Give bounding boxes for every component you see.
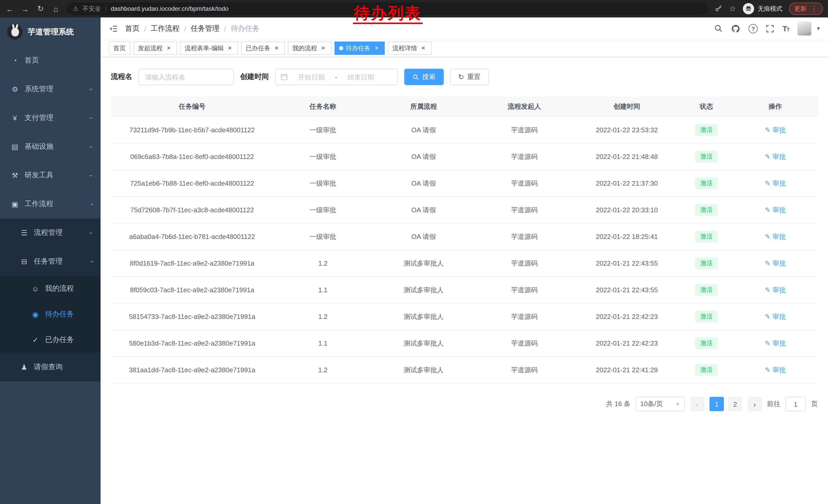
bookmark-star-icon[interactable]: ☆ xyxy=(729,4,736,13)
table-row: 069c6a63-7b8a-11ec-8ef0-acde48001122一级审批… xyxy=(111,143,818,170)
tab-process-detail[interactable]: 流程详情× xyxy=(388,42,431,55)
sidebar-item-payment-mgmt[interactable]: ¥支付管理› xyxy=(0,103,100,132)
approve-link[interactable]: ✎审批 xyxy=(765,259,786,268)
breadcrumb-item[interactable]: 首页 xyxy=(125,24,139,33)
tab-home[interactable]: 首页 xyxy=(109,42,130,55)
cell-id: 725a1eb6-7b88-11ec-8ef0-acde48001122 xyxy=(111,170,274,197)
next-page-button[interactable]: › xyxy=(747,397,762,411)
approve-link[interactable]: ✎审批 xyxy=(765,232,786,241)
sidebar-item-system-mgmt[interactable]: ⚙系统管理› xyxy=(0,75,100,103)
approve-link[interactable]: ✎审批 xyxy=(765,179,786,188)
sidebar-item-infrastructure[interactable]: ▤基础设施› xyxy=(0,132,100,161)
cell-id: 58154733-7ac8-11ec-a9e2-a2380e71991a xyxy=(111,303,274,330)
github-icon[interactable] xyxy=(731,24,740,33)
cell-process: 测试多审批人 xyxy=(372,330,475,357)
edit-icon: ✎ xyxy=(765,206,771,214)
app-title: 芋道管理系统 xyxy=(28,27,74,37)
chevron-down-icon[interactable]: ▾ xyxy=(817,25,820,32)
prev-page-button[interactable]: ‹ xyxy=(690,397,704,411)
breadcrumb-item[interactable]: 工作流程 xyxy=(151,24,179,33)
collapse-sidebar-icon[interactable] xyxy=(109,24,118,33)
sidebar-item-todo-tasks[interactable]: ◉待办任务 xyxy=(0,302,100,327)
reset-button[interactable]: ↻ 重置 xyxy=(450,69,489,85)
sidebar-item-dev-tools[interactable]: ⚒研发工具› xyxy=(0,161,100,190)
topbar: 首页/工作流程/任务管理/待办任务 ? TT ▾ xyxy=(100,17,828,40)
cell-process: OA 请假 xyxy=(372,197,475,223)
fullscreen-icon[interactable] xyxy=(766,25,774,33)
tags-view-bar: 首页发起流程×流程表单-编辑×已办任务×我的流程×待办任务×流程详情× xyxy=(100,40,828,57)
approve-link[interactable]: ✎审批 xyxy=(765,312,786,321)
cell-status: 激活 xyxy=(680,250,733,277)
sidebar-item-leave-query[interactable]: ♟请假查询 xyxy=(0,353,100,381)
chevron-down-icon: › xyxy=(87,117,95,119)
status-badge: 激活 xyxy=(695,284,718,296)
edit-icon: ✎ xyxy=(765,260,771,267)
avatar[interactable] xyxy=(797,21,812,36)
close-icon[interactable]: × xyxy=(373,45,380,52)
tab-form-edit[interactable]: 流程表单-编辑× xyxy=(180,42,238,55)
date-range-picker[interactable]: - xyxy=(275,69,398,85)
page-size-select[interactable]: 10条/页 ▼ xyxy=(636,397,685,411)
person-icon: ♟ xyxy=(19,363,29,371)
screen: ← → ↻ ⌂ ⚠ 不安全 | dashboard.yudao.iocoder.… xyxy=(0,0,828,504)
update-button[interactable]: 更新 ⋮ xyxy=(789,3,823,15)
breadcrumb-item[interactable]: 任务管理 xyxy=(191,24,219,33)
cell-action: ✎审批 xyxy=(733,357,818,383)
cell-id: 8f0d1619-7ac8-11ec-a9e2-a2380e71991a xyxy=(111,250,274,277)
cell-status: 激活 xyxy=(680,223,733,250)
tab-my-process[interactable]: 我的流程× xyxy=(288,42,331,55)
tab-start-process[interactable]: 发起流程× xyxy=(133,42,177,55)
cell-created: 2022-01-22 23:53:32 xyxy=(574,117,680,143)
cell-initiator: 芋道源码 xyxy=(475,170,574,197)
goto-page-input[interactable] xyxy=(785,397,806,411)
check-icon: ✓ xyxy=(31,336,40,344)
page-button-2[interactable]: 2 xyxy=(728,397,742,411)
close-icon[interactable]: × xyxy=(420,45,427,52)
forward-icon[interactable]: → xyxy=(20,4,30,13)
cell-process: OA 请假 xyxy=(372,117,475,143)
approve-link[interactable]: ✎审批 xyxy=(765,365,786,374)
search-icon[interactable] xyxy=(714,24,723,33)
close-icon[interactable]: × xyxy=(165,45,172,52)
process-name-input[interactable] xyxy=(138,69,234,85)
tab-todo-tasks[interactable]: 待办任务× xyxy=(334,42,385,55)
back-icon[interactable]: ← xyxy=(5,4,14,13)
sidebar-item-workflow[interactable]: ▣工作流程› xyxy=(0,190,100,218)
cell-status: 激活 xyxy=(680,357,733,383)
close-icon[interactable]: × xyxy=(273,45,280,52)
dashboard-icon: ◔ xyxy=(10,56,19,64)
main-area: 首页/工作流程/任务管理/待办任务 ? TT ▾ xyxy=(100,17,828,504)
range-separator: - xyxy=(335,73,337,81)
close-icon[interactable]: × xyxy=(320,45,327,52)
approve-link[interactable]: ✎审批 xyxy=(765,285,786,294)
sidebar-item-task-mgmt[interactable]: ⊟任务管理› xyxy=(0,247,100,276)
list-icon: ☰ xyxy=(19,229,29,237)
end-date-input[interactable] xyxy=(340,73,381,81)
start-date-input[interactable] xyxy=(291,73,332,81)
table-row: 75d72608-7b7f-11ec-a3c8-acde48001122一级审批… xyxy=(111,197,818,223)
sidebar-item-my-process[interactable]: ☺我的流程 xyxy=(0,276,100,302)
font-size-icon[interactable]: TT xyxy=(782,24,789,33)
menu-kebab-icon[interactable]: ⋮ xyxy=(811,5,818,13)
search-button[interactable]: 搜索 xyxy=(404,69,444,85)
approve-link[interactable]: ✎审批 xyxy=(765,152,786,161)
cell-name: 1.2 xyxy=(274,357,372,383)
approve-link[interactable]: ✎审批 xyxy=(765,205,786,215)
chevron-down-icon: ▼ xyxy=(675,401,680,407)
approve-link[interactable]: ✎审批 xyxy=(765,125,786,135)
cell-status: 激活 xyxy=(680,303,733,330)
sidebar-item-done-tasks[interactable]: ✓已办任务 xyxy=(0,327,100,353)
help-icon[interactable]: ? xyxy=(748,24,758,33)
sidebar-item-home[interactable]: ◔首页 xyxy=(0,46,100,75)
chevron-down-icon: › xyxy=(87,174,95,177)
tab-done-tasks[interactable]: 已办任务× xyxy=(241,42,285,55)
close-icon[interactable]: × xyxy=(226,45,234,52)
sidebar-item-process-mgmt[interactable]: ☰流程管理› xyxy=(0,218,100,247)
approve-link[interactable]: ✎审批 xyxy=(765,339,786,348)
home-icon[interactable]: ⌂ xyxy=(51,4,60,13)
refresh-icon[interactable]: ↻ xyxy=(36,4,45,13)
cell-initiator: 芋道源码 xyxy=(475,277,574,303)
incognito-label: 无痕模式 xyxy=(758,4,782,13)
page-button-1[interactable]: 1 xyxy=(709,397,724,411)
key-icon[interactable] xyxy=(714,5,722,13)
